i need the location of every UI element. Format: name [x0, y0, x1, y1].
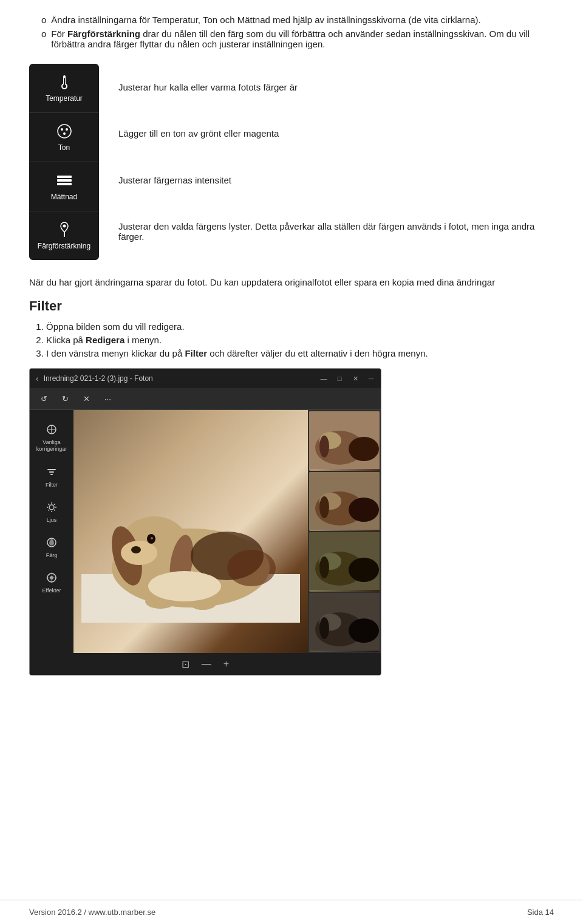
- app-sidebar-filter[interactable]: Filter: [32, 460, 71, 493]
- svg-rect-9: [57, 179, 72, 182]
- svg-point-51: [349, 437, 379, 461]
- vanliga-label: Vanligakorrigeringar: [36, 439, 67, 453]
- filter-step-2: Klicka på Redigera i menyn.: [46, 335, 554, 345]
- zoom-in-button[interactable]: +: [223, 659, 229, 669]
- filter-step-1-text: Öppna bilden som du vill redigera.: [46, 321, 185, 332]
- zoom-out-button[interactable]: —: [202, 659, 211, 669]
- back-icon[interactable]: ‹: [36, 374, 39, 383]
- app-sidebar-farg[interactable]: Färg: [32, 530, 71, 563]
- dog-svg: [81, 440, 300, 623]
- wand-icon: [44, 422, 59, 437]
- close-button[interactable]: ✕: [352, 375, 359, 382]
- filter-title: Filter: [29, 298, 554, 314]
- thermometer-icon: [56, 74, 73, 91]
- svg-point-56: [349, 498, 379, 522]
- titlebar-left: ‹ Inredning2 021-1-2 (3).jpg - Foton: [36, 374, 153, 383]
- effekter-label: Effekter: [43, 587, 61, 594]
- sidebar-item-ton[interactable]: Ton: [29, 113, 99, 162]
- more-button[interactable]: ···: [367, 375, 375, 382]
- bullet-marker-2: o: [41, 29, 46, 39]
- save-section: När du har gjort ändringarna sparar du f…: [29, 277, 554, 287]
- sidebar-label-ton: Ton: [58, 143, 70, 152]
- svg-point-45: [227, 550, 276, 586]
- svg-point-48: [315, 431, 364, 465]
- mattnad-icon: [56, 172, 73, 189]
- thumbnail-1[interactable]: [309, 411, 380, 471]
- svg-point-63: [315, 612, 364, 646]
- svg-point-46: [148, 571, 221, 601]
- filter-icon: [44, 465, 59, 479]
- svg-rect-57: [309, 532, 380, 590]
- svg-point-53: [315, 491, 364, 525]
- sidebar-label-temperatur: Temperatur: [46, 94, 83, 103]
- sidebar-item-fargforstärkning[interactable]: Färgförstärkning: [29, 211, 99, 260]
- svg-point-38: [121, 541, 157, 565]
- app-right-panel: [308, 410, 381, 653]
- maximize-button[interactable]: □: [336, 375, 343, 382]
- thumbnail-3[interactable]: [309, 532, 380, 592]
- sparkle-icon: [44, 570, 59, 585]
- main-photo: [73, 410, 308, 653]
- app-sidebar-vanliga[interactable]: Vanligakorrigeringar: [32, 417, 71, 457]
- save-text: När du har gjort ändringarna sparar du f…: [29, 277, 554, 287]
- filter-section: Filter Öppna bilden som du vill redigera…: [29, 298, 554, 358]
- svg-point-66: [349, 618, 379, 643]
- filter-label: Filter: [46, 482, 58, 488]
- undo-button[interactable]: ↺: [37, 393, 51, 405]
- minimize-button[interactable]: —: [320, 375, 327, 382]
- sidebar-label-fargforstärkning: Färgförstärkning: [38, 242, 90, 250]
- icon-descriptions: Justerar hur kalla eller varma fotots fä…: [99, 64, 554, 260]
- svg-point-11: [63, 225, 66, 228]
- desc-row-mattnad: Justerar färgernas intensitet: [118, 166, 554, 194]
- app-body: Vanligakorrigeringar Filter: [30, 410, 381, 653]
- svg-point-50: [319, 436, 329, 457]
- color-icon: [44, 535, 59, 550]
- app-left-sidebar: Vanligakorrigeringar Filter: [30, 410, 73, 653]
- fargforstärkning-icon: [56, 221, 73, 238]
- crop-button[interactable]: ⊡: [182, 659, 189, 670]
- bullet-item-1: o Ändra inställningarna för Temperatur, …: [29, 15, 554, 25]
- svg-rect-16: [47, 469, 56, 470]
- svg-point-19: [49, 505, 54, 510]
- footer: Version 2016.2 / www.utb.marber.se Sida …: [0, 900, 583, 924]
- ton-icon: [56, 123, 73, 140]
- svg-rect-52: [309, 472, 380, 530]
- icon-sidebar: Temperatur Ton: [29, 64, 99, 260]
- desc-row-fargforstärkning: Justerar den valda färgens lyster. Detta…: [118, 213, 554, 250]
- bullet-marker: o: [41, 15, 46, 25]
- titlebar-controls: — □ ✕ ···: [320, 375, 375, 382]
- svg-point-4: [58, 125, 71, 138]
- app-sidebar-ljus[interactable]: Ljus: [32, 495, 71, 528]
- filter-step-2-text: Klicka på Redigera i menyn.: [46, 335, 162, 345]
- cancel-button[interactable]: ✕: [80, 393, 94, 405]
- app-sidebar-effekter[interactable]: Effekter: [32, 566, 71, 598]
- sidebar-label-mattnad: Mättnad: [51, 193, 77, 201]
- svg-line-25: [54, 510, 55, 511]
- svg-rect-17: [49, 471, 54, 473]
- redo-button[interactable]: ↻: [58, 393, 72, 405]
- app-bottom-bar: ⊡ — +: [30, 653, 381, 675]
- thumbnail-2[interactable]: [309, 472, 380, 532]
- desc-row-ton: Lägger till en ton av grönt eller magent…: [118, 120, 554, 147]
- toolbar-more-button[interactable]: ···: [101, 393, 115, 405]
- footer-left: Version 2016.2 / www.utb.marber.se: [29, 908, 155, 917]
- svg-point-41: [151, 537, 153, 539]
- svg-point-60: [319, 556, 329, 578]
- sun-icon: [44, 500, 59, 515]
- svg-line-26: [54, 504, 55, 505]
- sidebar-item-temperatur[interactable]: Temperatur: [29, 64, 99, 113]
- bullet-section: o Ändra inställningarna för Temperatur, …: [29, 15, 554, 49]
- app-titlebar: ‹ Inredning2 021-1-2 (3).jpg - Foton — □…: [30, 369, 381, 388]
- desc-text-fargforstärkning: Justerar den valda färgens lyster. Detta…: [118, 221, 554, 242]
- svg-point-65: [319, 617, 329, 639]
- desc-text-ton: Lägger till en ton av grönt eller magent…: [118, 128, 279, 139]
- svg-point-49: [319, 432, 341, 449]
- bullet-item-2: o För Färgförstärkning drar du nålen til…: [29, 29, 554, 49]
- svg-point-61: [349, 558, 379, 582]
- bullet-text-2: För Färgförstärkning drar du nålen till …: [51, 29, 554, 49]
- thumbnail-4[interactable]: [309, 593, 380, 652]
- sidebar-item-mattnad[interactable]: Mättnad: [29, 162, 99, 211]
- svg-point-64: [319, 614, 341, 631]
- desc-text-mattnad: Justerar färgernas intensitet: [118, 175, 231, 185]
- app-main-area: [73, 410, 381, 653]
